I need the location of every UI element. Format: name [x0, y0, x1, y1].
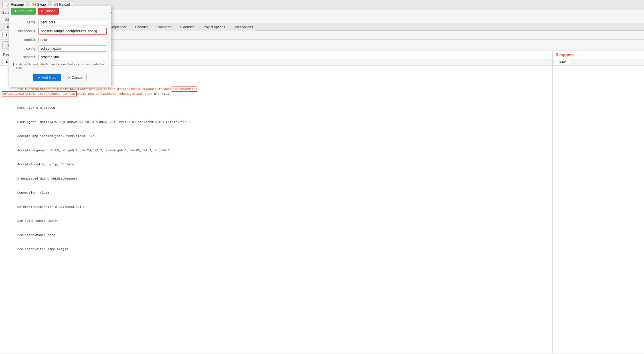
add-core-action-button[interactable]: ✔ Add Core [33, 74, 61, 81]
tab-project-options[interactable]: Project options [198, 23, 229, 31]
info-icon: ℹ [13, 63, 14, 67]
unload-button[interactable]: ✕ Unload [38, 8, 59, 15]
name-label: name: [13, 20, 39, 24]
info-text-content: instanceDir and dataDir need to exist be… [16, 63, 107, 69]
response-tab-raw[interactable]: Raw [555, 59, 569, 65]
tab-user-options[interactable]: User options [229, 23, 257, 31]
request-panel: Request Raw Params Headers Hex GET /solr… [0, 51, 553, 353]
unload-label: Unload [45, 9, 56, 13]
config-input[interactable] [39, 45, 107, 52]
response-panel: Response Raw [553, 51, 644, 353]
instancedir-row: instanceDir: [13, 28, 107, 35]
main-content: Request Raw Params Headers Hex GET /solr… [0, 51, 644, 353]
schema-row: schema: [13, 54, 107, 60]
schema-label: schema: [13, 55, 39, 59]
add-core-toolbar-label: Add Core [18, 9, 33, 13]
cancel-x-icon: ✕ [68, 76, 71, 80]
cancel-action-button[interactable]: ✕ Cancel [64, 74, 87, 81]
modal-toolbar: ✚ Add Core ✕ Unload [9, 6, 111, 16]
name-input[interactable] [39, 19, 107, 25]
modal-body: name: instanceDir: dataDir: config: sche… [9, 16, 111, 87]
modal-actions: ✔ Add Core ✕ Cancel [13, 72, 107, 84]
tab-comparer[interactable]: Comparer [152, 23, 176, 31]
instancedir-label: instanceDir: [13, 29, 39, 33]
add-core-action-label: Add Core [42, 76, 56, 80]
datadir-row: dataDir: [13, 37, 107, 43]
add-core-toolbar-button[interactable]: ✚ Add Core [11, 8, 36, 15]
checkmark-icon: ✔ [38, 76, 41, 80]
x-icon: ✕ [41, 9, 44, 13]
plus-icon: ✚ [14, 9, 17, 13]
config-label: config: [13, 47, 39, 51]
response-title: Response [553, 51, 644, 59]
response-tabs: Raw [553, 59, 644, 66]
add-core-modal: ✚ Add Core ✕ Unload name: instanceDir: d… [9, 6, 111, 87]
request-content[interactable]: GET /solr/admin/cores?_=1681610155711&ac… [0, 66, 552, 353]
datadir-input[interactable] [39, 37, 107, 43]
tab-extender[interactable]: Extender [176, 23, 198, 31]
datadir-label: dataDir: [13, 38, 39, 42]
instancedir-input[interactable] [39, 28, 107, 35]
info-text-row: ℹ instanceDir and dataDir need to exist … [13, 63, 107, 69]
cancel-action-label: Cancel [72, 76, 82, 80]
name-row: name: [13, 19, 107, 25]
config-row: config: [13, 45, 107, 52]
schema-input[interactable] [39, 54, 107, 60]
tab-decoder[interactable]: Decoder [131, 23, 152, 31]
